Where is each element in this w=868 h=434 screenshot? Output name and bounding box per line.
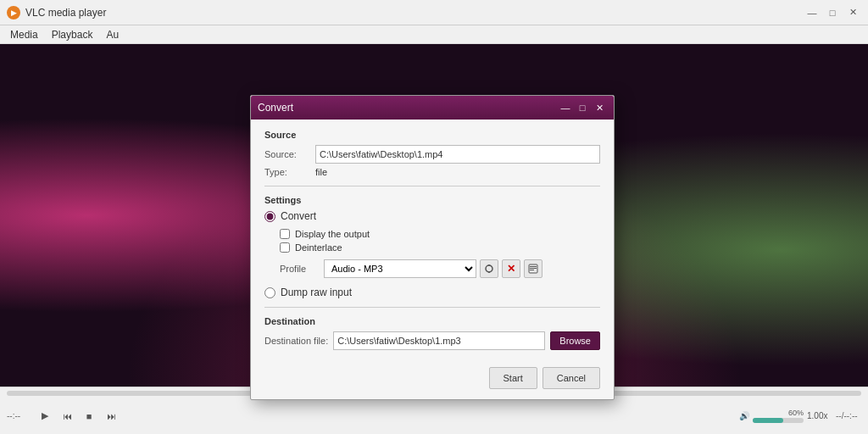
svg-rect-4 — [530, 266, 537, 267]
dialog-body: Source Source: Type: file Settings — [251, 120, 614, 360]
profile-settings-btn[interactable] — [480, 259, 498, 278]
stop-button[interactable]: ■ — [80, 407, 98, 426]
browse-button[interactable]: Browse — [550, 331, 600, 350]
prev-button[interactable]: ⏮ — [58, 407, 76, 426]
destination-field-row: Destination file: Browse — [264, 331, 600, 350]
vlc-titlebar: ▶ VLC media player — □ ✕ — [0, 0, 868, 25]
profile-delete-btn[interactable]: ✕ — [502, 259, 520, 278]
type-value: file — [315, 167, 327, 177]
dialog-footer: Start Cancel — [251, 360, 614, 399]
vlc-window-controls: — □ ✕ — [804, 4, 861, 21]
display-output-row: Display the output — [280, 229, 600, 239]
vlc-window: ▶ VLC media player — □ ✕ Media Playback … — [0, 0, 868, 434]
volume-bar[interactable] — [753, 418, 804, 423]
dump-raw-radio[interactable] — [264, 287, 275, 298]
vlc-minimize-btn[interactable]: — — [804, 4, 821, 21]
source-input[interactable] — [315, 145, 600, 164]
destination-section: Destination Destination file: Browse — [264, 316, 600, 350]
playback-speed: 1.00x — [807, 411, 832, 420]
dialog-close-btn[interactable]: ✕ — [592, 100, 607, 115]
volume-area: 🔊 60% — [739, 409, 804, 423]
dialog-minimize-btn[interactable]: — — [558, 100, 573, 115]
vlc-title: VLC media player — [25, 7, 804, 19]
destination-input[interactable] — [333, 331, 545, 350]
svg-point-0 — [486, 265, 492, 272]
settings-section: Settings Convert Display the output — [264, 195, 600, 298]
destination-section-label: Destination — [264, 316, 600, 326]
convert-radio-row: Convert — [264, 210, 600, 222]
profile-row: Profile Audio - MP3 Video - H.264 + MP3 … — [280, 259, 600, 278]
menu-playback[interactable]: Playback — [45, 27, 100, 42]
deinterlace-checkbox[interactable] — [280, 242, 290, 253]
dump-raw-radio-row: Dump raw input — [264, 287, 600, 298]
volume-icon: 🔊 — [739, 411, 749, 420]
next-button[interactable]: ⏭ — [102, 407, 120, 426]
svg-rect-5 — [530, 268, 537, 269]
display-output-label: Display the output — [295, 229, 370, 239]
vlc-maximize-btn[interactable]: □ — [824, 4, 841, 21]
profile-label: Profile — [280, 264, 320, 274]
svg-rect-6 — [530, 270, 534, 270]
source-label: Source: — [264, 149, 315, 159]
source-section: Source Source: Type: file — [264, 130, 600, 177]
start-button[interactable]: Start — [489, 367, 537, 389]
dialog-titlebar: Convert — □ ✕ — [251, 96, 614, 120]
type-label: Type: — [264, 167, 315, 177]
profile-select[interactable]: Audio - MP3 Video - H.264 + MP3 (MP4) Vi… — [324, 259, 476, 278]
settings-section-label: Settings — [264, 195, 600, 205]
section-divider-2 — [264, 307, 600, 308]
play-button[interactable]: ▶ — [36, 407, 54, 426]
dialog-maximize-btn[interactable]: □ — [575, 100, 590, 115]
type-field-row: Type: file — [264, 167, 600, 177]
vlc-time-left: --:-- — [7, 411, 32, 420]
convert-dialog: Convert — □ ✕ Source Source: Type — [250, 95, 615, 400]
section-divider-1 — [264, 186, 600, 186]
source-field-row: Source: — [264, 145, 600, 164]
dump-raw-label: Dump raw input — [281, 287, 352, 298]
cancel-button[interactable]: Cancel — [542, 367, 600, 389]
vlc-content: Convert — □ ✕ Source Source: Type — [0, 44, 868, 387]
vlc-menubar: Media Playback Au — [0, 25, 868, 44]
volume-pct: 60% — [788, 409, 804, 417]
dest-file-label: Destination file: — [264, 336, 328, 346]
vlc-time-total: --/--:-- — [836, 411, 861, 420]
vlc-controls: --:-- ▶ ⏮ ■ ⏭ 🔊 60% 1.00x --/--:-- — [0, 398, 868, 434]
deinterlace-row: Deinterlace — [280, 242, 600, 253]
menu-audio[interactable]: Au — [99, 27, 125, 42]
volume-fill — [753, 418, 783, 423]
source-section-label: Source — [264, 130, 600, 140]
convert-radio-label: Convert — [281, 210, 316, 222]
vlc-close-btn[interactable]: ✕ — [844, 4, 861, 21]
volume-control: 60% — [753, 409, 804, 423]
profile-new-btn[interactable] — [524, 259, 542, 278]
menu-media[interactable]: Media — [3, 27, 45, 42]
deinterlace-label: Deinterlace — [295, 242, 342, 253]
display-output-checkbox[interactable] — [280, 229, 290, 239]
vlc-icon: ▶ — [7, 6, 20, 19]
convert-radio[interactable] — [264, 211, 275, 222]
dialog-title: Convert — [258, 102, 556, 114]
